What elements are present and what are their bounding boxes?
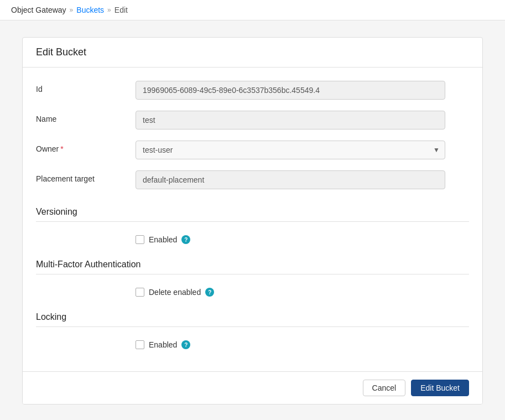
owner-field-group: Owner* test-user ▼ [36, 141, 469, 159]
mfa-title: Multi-Factor Authentication [36, 260, 140, 269]
owner-select-wrapper: test-user ▼ [136, 141, 445, 159]
cancel-button[interactable]: Cancel [363, 380, 406, 396]
id-input [136, 81, 445, 100]
breadcrumb-current: Edit [114, 6, 128, 14]
versioning-section-header: Versioning [36, 200, 469, 222]
versioning-help-icon[interactable]: ? [181, 235, 190, 244]
placement-field-group: Placement target [36, 170, 469, 189]
versioning-enabled-label: Enabled [149, 235, 177, 244]
versioning-enabled-row: Enabled ? [36, 231, 469, 248]
edit-bucket-button[interactable]: Edit Bucket [411, 380, 469, 396]
breadcrumb-sep1: » [70, 6, 74, 14]
name-input [136, 111, 445, 129]
placement-input [136, 170, 445, 189]
locking-enabled-label: Enabled [149, 340, 177, 349]
locking-title: Locking [36, 312, 66, 322]
name-label: Name [36, 111, 136, 123]
versioning-enabled-checkbox[interactable] [136, 235, 144, 244]
card-header: Edit Bucket [23, 38, 482, 68]
card-body: Id Name Owner* test-user ▼ [23, 68, 482, 371]
breadcrumb-sep2: » [107, 6, 111, 14]
locking-section-header: Locking [36, 305, 469, 327]
required-star: * [60, 144, 63, 153]
versioning-title: Versioning [36, 207, 77, 216]
card-footer: Cancel Edit Bucket [23, 371, 482, 404]
locking-enabled-checkbox[interactable] [136, 340, 144, 349]
breadcrumb-buckets[interactable]: Buckets [76, 6, 104, 14]
owner-select[interactable]: test-user [136, 141, 445, 159]
owner-label: Owner* [36, 141, 136, 153]
locking-help-icon[interactable]: ? [181, 340, 190, 349]
id-field-group: Id [36, 81, 469, 100]
mfa-help-icon[interactable]: ? [205, 288, 214, 297]
name-field-group: Name [36, 111, 469, 129]
placement-label: Placement target [36, 170, 136, 183]
main-content: Edit Bucket Id Name Owner* test [0, 20, 505, 420]
mfa-section-header: Multi-Factor Authentication [36, 253, 469, 274]
edit-bucket-card: Edit Bucket Id Name Owner* test [22, 37, 483, 405]
mfa-delete-enabled-checkbox[interactable] [136, 288, 144, 297]
breadcrumb-root: Object Gateway [11, 6, 66, 14]
card-title: Edit Bucket [36, 46, 86, 58]
id-label: Id [36, 81, 136, 94]
mfa-delete-enabled-row: Delete enabled ? [36, 283, 469, 301]
breadcrumb: Object Gateway » Buckets » Edit [0, 0, 505, 20]
mfa-delete-enabled-label: Delete enabled [149, 288, 201, 297]
locking-enabled-row: Enabled ? [36, 336, 469, 354]
